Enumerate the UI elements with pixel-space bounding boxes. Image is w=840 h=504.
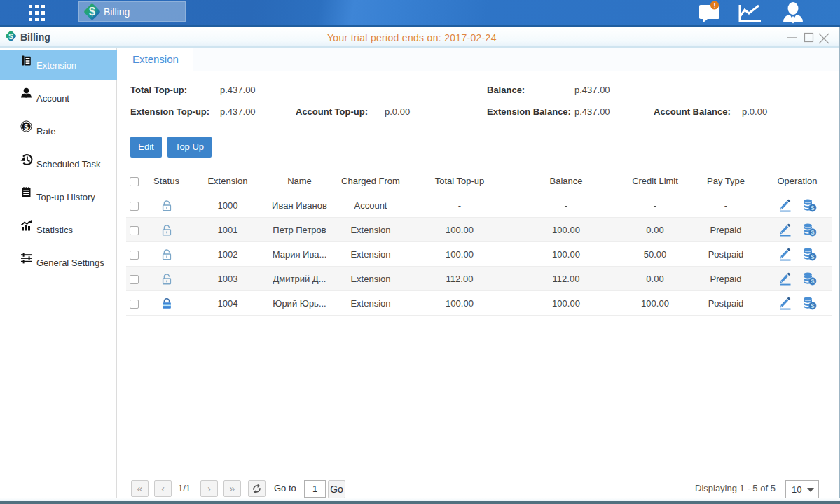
svg-text:$: $ xyxy=(811,302,815,309)
svg-text:!: ! xyxy=(713,1,716,10)
svg-text:$: $ xyxy=(811,277,815,285)
svg-text:$: $ xyxy=(8,32,13,41)
svg-text:$: $ xyxy=(24,122,29,131)
svg-text:$: $ xyxy=(811,204,815,211)
svg-text:$: $ xyxy=(811,253,815,260)
svg-text:$: $ xyxy=(89,6,95,18)
svg-text:$: $ xyxy=(811,228,815,236)
